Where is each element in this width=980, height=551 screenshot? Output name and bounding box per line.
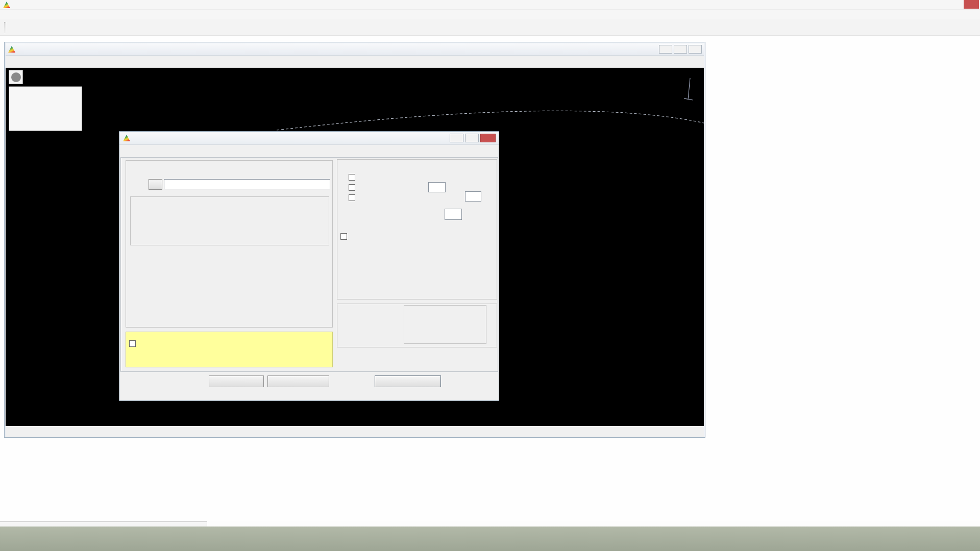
restore-icon[interactable] [465, 134, 479, 142]
search-radius-row[interactable] [349, 184, 358, 191]
maximize-icon[interactable] [674, 45, 687, 54]
menu-bar [0, 10, 980, 19]
comet-marker-icon [11, 72, 21, 82]
close-icon[interactable] [480, 134, 496, 142]
close-icon[interactable] [689, 45, 702, 54]
search-radius-checkbox[interactable] [349, 184, 355, 191]
split-exposure-input[interactable] [465, 191, 481, 202]
sky-status-bar [6, 426, 704, 437]
guide-ccd-checkbox[interactable] [340, 233, 347, 240]
minimize-icon[interactable] [659, 45, 672, 54]
options-group [126, 160, 333, 328]
app-titlebar [0, 0, 980, 10]
comet-label-box [9, 86, 82, 131]
load-conf-button[interactable] [267, 375, 329, 387]
minimize-icon[interactable] [450, 134, 463, 142]
prism-logo-icon [123, 135, 130, 141]
minimize-icon[interactable] [935, 0, 949, 9]
autoguide-group [337, 159, 497, 299]
screen [0, 0, 980, 551]
app-title [550, 1, 567, 8]
toolbar-grip [4, 22, 6, 33]
observations-dialog [119, 131, 499, 401]
dialog-titlebar[interactable] [119, 132, 499, 145]
save-path-input[interactable] [164, 179, 330, 189]
next-object-row[interactable] [349, 174, 358, 181]
meteo-checkbox[interactable] [129, 340, 136, 347]
dialog-controls [450, 134, 496, 142]
object-marker-box [9, 70, 23, 84]
meteo-checkbox-row[interactable] [129, 340, 328, 347]
split-exposure-row[interactable] [349, 194, 358, 201]
app-status-strip [0, 521, 207, 527]
close-icon[interactable] [964, 0, 979, 9]
tab-page-acquisition [120, 157, 498, 372]
next-object-checkbox[interactable] [349, 174, 355, 181]
sky-window-titlebar[interactable] [6, 43, 704, 56]
split-exposure-checkbox[interactable] [349, 194, 355, 201]
save-conf-button[interactable] [209, 375, 264, 387]
prism-logo-icon [8, 46, 15, 53]
taskbar [0, 527, 980, 551]
browse-button[interactable] [149, 179, 162, 190]
search-radius-input[interactable] [428, 182, 446, 192]
fermer-button[interactable] [375, 375, 441, 387]
window-controls [935, 0, 979, 9]
increase-exposure-input[interactable] [445, 209, 462, 220]
dir-creation-group [130, 196, 329, 245]
maximize-icon[interactable] [949, 0, 964, 9]
sky-window-controls [659, 45, 702, 54]
prism-logo-icon [3, 2, 10, 8]
sky-toolbar [6, 56, 704, 68]
fenetrage-group [404, 305, 486, 344]
main-toolbar [0, 19, 980, 36]
guide-ccd-row[interactable] [340, 233, 483, 240]
camera-group [337, 304, 497, 347]
meteo-group [126, 332, 333, 367]
system-tray [970, 527, 977, 551]
